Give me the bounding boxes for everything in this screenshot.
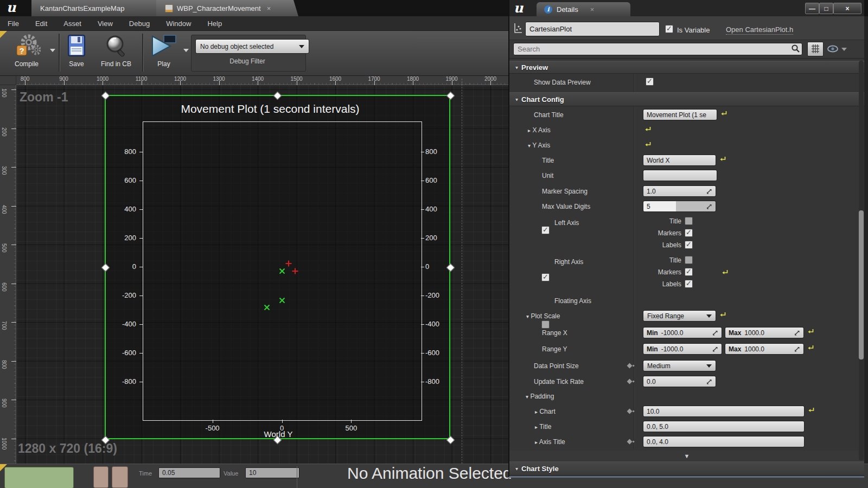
max-value-digits-field[interactable]: 5 — [643, 201, 716, 212]
left-axis-title-toggle[interactable]: Title — [653, 217, 693, 225]
section-label: Chart Style — [521, 465, 559, 473]
padding-axis-title-field[interactable]: 0.0, 4.0 — [643, 436, 805, 447]
maximize-button[interactable]: □ — [819, 3, 833, 14]
reset-to-default-icon[interactable] — [719, 156, 726, 163]
floating-axis-checkbox[interactable] — [541, 320, 550, 329]
is-variable-checkbox[interactable] — [665, 25, 673, 33]
range-x-min-field[interactable]: Min-1000.0 — [643, 327, 722, 338]
tab-close-icon[interactable]: × — [590, 5, 595, 14]
reset-to-default-icon[interactable] — [807, 328, 814, 335]
checkbox[interactable] — [685, 280, 693, 288]
padding-title-row[interactable]: ▸ Title — [535, 423, 551, 431]
y-axis-title-field[interactable]: World X — [643, 155, 716, 166]
reset-to-default-icon[interactable] — [722, 269, 729, 276]
drag-spinner-icon[interactable] — [712, 346, 718, 352]
key-button[interactable] — [93, 466, 108, 488]
left-axis-label: Left Axis — [554, 219, 579, 227]
right-axis-label: Right Axis — [554, 258, 583, 266]
left-axis-labels-toggle[interactable]: Labels — [653, 241, 693, 249]
y-axis-tick-right — [421, 353, 424, 354]
drag-spinner-icon[interactable] — [706, 203, 712, 210]
section-preview[interactable]: ▾ Preview — [509, 61, 864, 74]
chart-title-label: Chart Title — [534, 111, 564, 119]
chevron-down-icon — [706, 314, 712, 318]
checkbox[interactable] — [685, 241, 693, 249]
update-tick-rate-field[interactable]: 0.0 — [643, 376, 716, 387]
range-x-max-field[interactable]: Max1000.0 — [725, 327, 804, 338]
range-y-max-field[interactable]: Max1000.0 — [725, 343, 804, 355]
no-animation-selected-label: No Animation Selected — [347, 464, 512, 483]
view-options-caret-icon[interactable] — [841, 48, 847, 51]
range-y-min-field[interactable]: Min-1000.0 — [643, 343, 722, 355]
padding-axis-title-row[interactable]: ▸ Axis Title — [535, 438, 565, 446]
y-axis-tick-left — [139, 238, 143, 239]
animation-mode-button[interactable] — [4, 467, 74, 488]
reset-to-default-icon[interactable] — [719, 311, 726, 318]
y-axis-tick-left — [139, 267, 143, 267]
range-y-label: Range Y — [542, 345, 567, 353]
details-panel: u i Details × — □ × CartesianPlot Is Var… — [508, 0, 864, 478]
scrollbar-thumb[interactable] — [859, 210, 864, 359]
padding-chart-row[interactable]: ▸ Chart — [535, 408, 556, 415]
curve-button[interactable] — [112, 466, 128, 488]
display-filter-button[interactable] — [807, 42, 824, 56]
y-axis-tick-label-right: 200 — [425, 234, 451, 242]
marker-spacing-field[interactable]: 1.0 — [643, 185, 716, 197]
search-input[interactable]: Search — [513, 43, 802, 55]
padding-chart-field[interactable]: 10.0 — [643, 406, 805, 417]
checkbox[interactable] — [685, 229, 693, 237]
padding-title-field[interactable]: 0.0, 5.0 — [643, 421, 805, 432]
reset-to-default-icon[interactable] — [644, 126, 652, 133]
right-axis-title-toggle[interactable]: Title — [653, 256, 693, 264]
is-variable-label: Is Variable — [677, 26, 710, 34]
plot-scale-row[interactable]: ▾ Plot Scale — [526, 312, 560, 320]
data-point-size-dropdown[interactable]: Medium — [643, 360, 716, 371]
view-options-eye-icon[interactable] — [827, 44, 840, 53]
unit-field[interactable] — [643, 170, 717, 181]
checkbox[interactable] — [685, 268, 693, 276]
section-chart-config[interactable]: ▾ Chart Config — [509, 92, 864, 106]
section-chart-style[interactable]: ▾ Chart Style — [509, 461, 864, 476]
chevron-right-icon: ▸ — [535, 409, 538, 415]
show-data-preview-checkbox[interactable] — [646, 78, 654, 86]
right-axis-labels-toggle[interactable]: Labels — [653, 280, 693, 288]
right-axis-checkbox[interactable] — [541, 273, 550, 281]
y-axis-tick-left — [139, 181, 143, 181]
widget-name-input[interactable]: CartesianPlot — [525, 22, 660, 36]
advanced-expander[interactable]: ▼ — [509, 451, 864, 461]
time-field[interactable]: 0.05 — [158, 467, 220, 478]
checkbox[interactable] — [685, 217, 693, 225]
y-axis-tick-right — [421, 324, 424, 325]
reset-to-default-icon[interactable] — [720, 110, 727, 117]
left-axis-markers-toggle[interactable]: Markers — [653, 229, 693, 237]
drag-spinner-icon[interactable] — [706, 378, 712, 385]
y-axis-tick-label-left: 0 — [110, 262, 136, 271]
reset-to-default-icon[interactable] — [807, 344, 814, 351]
y-axis-tick-label-left: -200 — [110, 291, 136, 299]
close-button[interactable]: × — [833, 3, 861, 14]
left-axis-checkbox[interactable] — [541, 226, 550, 234]
y-axis-tick-label-left: -400 — [110, 320, 136, 328]
bottom-bar-separator — [297, 466, 297, 488]
drag-spinner-icon[interactable] — [794, 346, 800, 352]
chevron-down-icon: ▾ — [526, 313, 529, 319]
search-placeholder: Search — [518, 45, 540, 53]
chart-title-field[interactable]: Movement Plot (1 se — [643, 109, 717, 120]
plot-scale-dropdown[interactable]: Fixed Range — [643, 310, 716, 322]
x-axis-row[interactable]: ▸ X Axis — [528, 126, 551, 134]
open-header-link[interactable]: Open CartesianPlot.h — [726, 25, 793, 35]
right-axis-markers-toggle[interactable]: Markers — [653, 268, 693, 276]
drag-spinner-icon[interactable] — [706, 188, 712, 195]
column-splitter[interactable] — [634, 73, 634, 450]
padding-row[interactable]: ▾ Padding — [526, 393, 554, 400]
edit-condition-icon — [627, 363, 633, 369]
y-axis-row[interactable]: ▾ Y Axis — [528, 142, 550, 149]
value-field[interactable]: 10 — [245, 467, 299, 478]
reset-to-default-icon[interactable] — [808, 407, 815, 414]
checkbox[interactable] — [685, 256, 693, 264]
details-tab[interactable]: i Details × — [537, 2, 630, 16]
reset-to-default-icon[interactable] — [644, 141, 652, 148]
drag-spinner-icon[interactable] — [794, 330, 800, 336]
drag-spinner-icon[interactable] — [712, 330, 718, 336]
minimize-button[interactable]: — — [805, 3, 819, 14]
